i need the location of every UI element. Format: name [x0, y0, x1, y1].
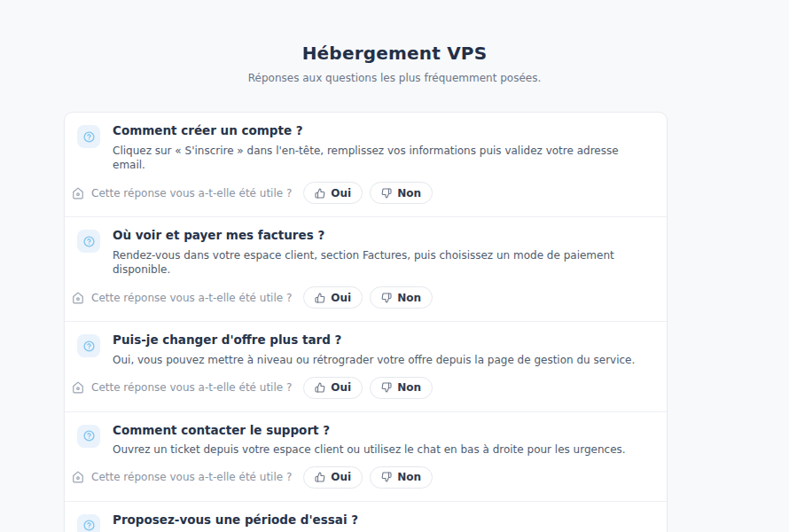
help-circle-icon [77, 125, 100, 148]
faq-item-texts: Puis-je changer d'offre plus tard ? Oui,… [113, 332, 635, 367]
vote-no-button[interactable]: Non [370, 182, 433, 204]
faq-feedback-row: Cette réponse vous a-t-elle été utile ? … [72, 286, 649, 309]
page-subtitle: Réponses aux questions les plus fréquemm… [0, 72, 789, 84]
vote-yes-label: Oui [331, 187, 351, 200]
help-circle-icon [77, 230, 100, 253]
thumbs-up-icon [315, 188, 325, 199]
vote-yes-label: Oui [331, 292, 351, 304]
help-circle-icon [77, 514, 100, 532]
faq-answer: Ouvrez un ticket depuis votre espace cli… [113, 442, 626, 458]
help-circle-icon [77, 334, 100, 357]
page-title: Hébergement VPS [0, 43, 789, 64]
home-icon [72, 292, 84, 304]
faq-item-main: Proposez-vous une période d'essai ? Selo… [72, 512, 649, 532]
faq-question: Comment créer un compte ? [113, 123, 649, 139]
thumbs-down-icon [381, 472, 392, 482]
feedback-text: Cette réponse vous a-t-elle été utile ? [91, 471, 292, 483]
faq-feedback-row: Cette réponse vous a-t-elle été utile ? … [72, 377, 649, 399]
faq-question: Comment contacter le support ? [113, 423, 626, 439]
faq-item-texts: Comment créer un compte ? Cliquez sur « … [113, 123, 649, 173]
faq-item-main: Comment contacter le support ? Ouvrez un… [72, 423, 649, 458]
help-circle-icon [77, 425, 100, 448]
vote-no-button[interactable]: Non [370, 286, 433, 309]
thumbs-up-icon [315, 472, 325, 482]
feedback-text: Cette réponse vous a-t-elle été utile ? [91, 292, 292, 304]
vote-yes-button[interactable]: Oui [303, 286, 363, 309]
vote-no-label: Non [397, 471, 421, 483]
faq-question: Proposez-vous une période d'essai ? [113, 512, 649, 528]
faq-item-main: Comment créer un compte ? Cliquez sur « … [72, 123, 649, 173]
faq-item: Puis-je changer d'offre plus tard ? Oui,… [65, 322, 667, 411]
faq-question: Puis-je changer d'offre plus tard ? [113, 332, 635, 348]
faq-item-texts: Comment contacter le support ? Ouvrez un… [113, 423, 626, 458]
vote-no-label: Non [397, 292, 421, 304]
faq-item-main: Où voir et payer mes factures ? Rendez-v… [72, 228, 649, 278]
feedback-text: Cette réponse vous a-t-elle été utile ? [91, 381, 292, 394]
faq-question: Où voir et payer mes factures ? [113, 228, 649, 244]
faq-feedback-row: Cette réponse vous a-t-elle été utile ? … [72, 182, 649, 204]
vote-no-label: Non [397, 381, 421, 394]
faq-answer: Rendez-vous dans votre espace client, se… [113, 248, 649, 278]
vote-yes-button[interactable]: Oui [303, 182, 363, 204]
thumbs-down-icon [381, 382, 392, 393]
home-icon [72, 471, 84, 483]
vote-yes-button[interactable]: Oui [303, 466, 363, 489]
faq-answer: Cliquez sur « S'inscrire » dans l'en-têt… [113, 144, 649, 174]
thumbs-up-icon [315, 382, 325, 393]
home-icon [72, 381, 84, 394]
faq-item: Comment créer un compte ? Cliquez sur « … [65, 113, 667, 217]
faq-feedback-row: Cette réponse vous a-t-elle été utile ? … [72, 466, 649, 489]
vote-yes-label: Oui [331, 381, 351, 394]
vote-no-button[interactable]: Non [370, 466, 433, 489]
faq-item-texts: Proposez-vous une période d'essai ? Selo… [113, 512, 649, 532]
home-icon [72, 187, 84, 200]
thumbs-down-icon [381, 188, 392, 199]
page-header: Hébergement VPS Réponses aux questions l… [0, 0, 789, 84]
faq-item: Comment contacter le support ? Ouvrez un… [65, 412, 667, 502]
faq-item-main: Puis-je changer d'offre plus tard ? Oui,… [72, 332, 649, 367]
thumbs-down-icon [381, 293, 392, 303]
faq-item: Proposez-vous une période d'essai ? Selo… [65, 502, 667, 532]
feedback-text: Cette réponse vous a-t-elle été utile ? [91, 187, 292, 200]
thumbs-up-icon [315, 293, 325, 303]
vote-yes-button[interactable]: Oui [303, 377, 363, 399]
faq-item: Où voir et payer mes factures ? Rendez-v… [65, 217, 667, 322]
faq-item-texts: Où voir et payer mes factures ? Rendez-v… [113, 228, 649, 278]
vote-no-button[interactable]: Non [370, 377, 433, 399]
vote-yes-label: Oui [331, 471, 351, 483]
faq-card: Comment créer un compte ? Cliquez sur « … [64, 112, 668, 532]
vote-no-label: Non [397, 187, 421, 200]
faq-answer: Oui, vous pouvez mettre à niveau ou rétr… [113, 353, 635, 368]
